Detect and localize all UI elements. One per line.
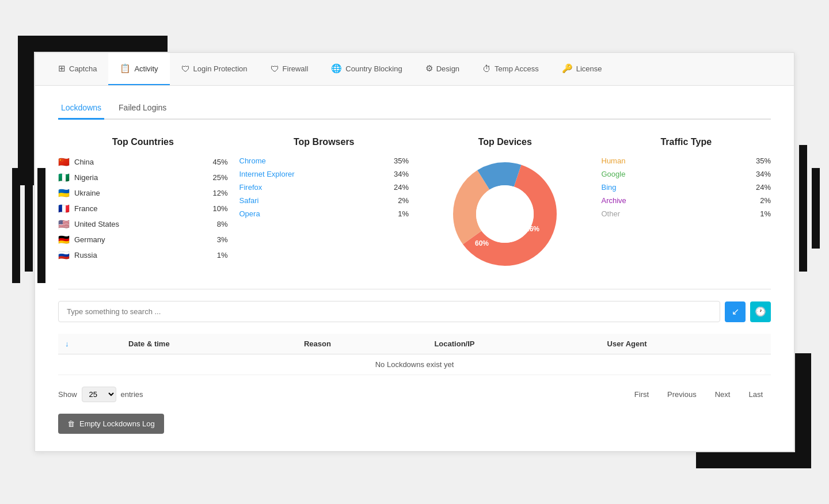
table-container: ↓ Date & time Reason Location/IP User Ag bbox=[58, 334, 771, 375]
country-percent-3: 10% bbox=[208, 204, 228, 213]
country-percent-6: 1% bbox=[208, 251, 228, 259]
nav-tabs: ⊞ Captcha 📋 Activity 🛡 Login Protection … bbox=[35, 53, 794, 86]
first-button[interactable]: First bbox=[626, 387, 657, 402]
country-flag-4: 🇺🇸 bbox=[58, 219, 70, 230]
country-name-3: France bbox=[74, 204, 202, 213]
th-date-time[interactable]: Date & time bbox=[121, 334, 297, 354]
tab-firewall-label: Firewall bbox=[283, 64, 309, 73]
tab-design-label: Design bbox=[436, 64, 459, 73]
search-input[interactable] bbox=[58, 301, 720, 322]
subtab-lockdowns[interactable]: Lockdowns bbox=[58, 97, 104, 120]
th-reason[interactable]: Reason bbox=[297, 334, 427, 354]
traffic-percent-1: 34% bbox=[756, 170, 771, 178]
browser-percent-4: 1% bbox=[389, 209, 409, 218]
browser-row-2: Firefox 24% bbox=[239, 183, 409, 192]
previous-button[interactable]: Previous bbox=[659, 387, 705, 402]
traffic-type-title: Traffic Type bbox=[602, 137, 771, 147]
country-flag-3: 🇫🇷 bbox=[58, 203, 70, 214]
tab-captcha[interactable]: ⊞ Captcha bbox=[47, 53, 108, 85]
traffic-name-4: Other bbox=[602, 209, 760, 218]
country-percent-2: 12% bbox=[208, 189, 228, 197]
top-devices-section: Top Devices bbox=[420, 137, 590, 272]
tab-temp-access[interactable]: ⏱ Temp Access bbox=[471, 53, 550, 85]
traffic-name-2: Bing bbox=[602, 183, 756, 192]
browser-row-4: Opera 1% bbox=[239, 209, 409, 218]
browser-name-4[interactable]: Opera bbox=[239, 209, 383, 218]
th-user-agent[interactable]: User Agent bbox=[600, 334, 771, 354]
donut-chart: 14% 26% 60% bbox=[447, 156, 562, 272]
traffic-type-section: Traffic Type Human 35% Google 34% Bing 2… bbox=[602, 137, 771, 272]
donut-label-26: 26% bbox=[526, 225, 539, 233]
country-blocking-icon: 🌐 bbox=[331, 63, 342, 74]
top-devices-title: Top Devices bbox=[420, 137, 590, 147]
tab-license[interactable]: 🔑 License bbox=[550, 53, 614, 85]
entries-label: entries bbox=[121, 390, 143, 399]
pagination-buttons: First Previous Next Last bbox=[626, 387, 771, 402]
country-percent-1: 25% bbox=[208, 173, 228, 182]
traffic-percent-0: 35% bbox=[756, 156, 771, 165]
lockdowns-table: ↓ Date & time Reason Location/IP User Ag bbox=[58, 334, 771, 375]
tab-login-protection[interactable]: 🛡 Login Protection bbox=[170, 53, 259, 85]
country-name-6: Russia bbox=[74, 251, 202, 259]
vline-r2 bbox=[812, 168, 820, 249]
country-name-4: United States bbox=[74, 220, 202, 228]
chart-icon-button[interactable]: ↙ bbox=[725, 301, 746, 322]
browser-percent-3: 2% bbox=[389, 196, 409, 205]
vline-1 bbox=[12, 168, 20, 283]
traffic-percent-3: 2% bbox=[760, 196, 771, 205]
browsers-list: Chrome 35% Internet Explorer 34% Firefox… bbox=[239, 156, 409, 218]
sort-icon: ↓ bbox=[65, 339, 69, 348]
traffic-percent-4: 1% bbox=[760, 209, 771, 218]
sub-tabs: Lockdowns Failed Logins bbox=[58, 97, 771, 120]
country-row-5: 🇩🇪 Germany 3% bbox=[58, 234, 228, 245]
tab-activity-label: Activity bbox=[134, 64, 158, 73]
empty-message: No Lockdowns exist yet bbox=[58, 354, 771, 375]
tab-activity[interactable]: 📋 Activity bbox=[108, 53, 169, 85]
browser-row-3: Safari 2% bbox=[239, 196, 409, 205]
browser-name-2[interactable]: Firefox bbox=[239, 183, 383, 192]
tab-country-blocking[interactable]: 🌐 Country Blocking bbox=[320, 53, 413, 85]
empty-lockdowns-log-button[interactable]: 🗑 Empty Lockdowns Log bbox=[58, 414, 164, 434]
tab-firewall[interactable]: 🛡 Firewall bbox=[259, 53, 320, 85]
country-flag-0: 🇨🇳 bbox=[58, 156, 70, 167]
traffic-name-0: Human bbox=[602, 156, 756, 165]
browser-name-0[interactable]: Chrome bbox=[239, 156, 383, 165]
donut-hole bbox=[476, 185, 534, 243]
country-flag-2: 🇺🇦 bbox=[58, 188, 70, 198]
country-name-0: China bbox=[74, 158, 202, 166]
subtab-failed-logins[interactable]: Failed Logins bbox=[116, 97, 169, 120]
browser-percent-0: 35% bbox=[389, 156, 409, 165]
tab-design[interactable]: ⚙ Design bbox=[414, 53, 471, 85]
top-countries-title: Top Countries bbox=[58, 137, 228, 147]
browser-row-0: Chrome 35% bbox=[239, 156, 409, 165]
th-checkbox: ↓ bbox=[58, 334, 121, 354]
country-row-1: 🇳🇬 Nigeria 25% bbox=[58, 172, 228, 183]
stats-grid: Top Countries 🇨🇳 China 45% 🇳🇬 Nigeria 25… bbox=[58, 137, 771, 272]
country-row-0: 🇨🇳 China 45% bbox=[58, 156, 228, 167]
country-name-5: Germany bbox=[74, 235, 202, 244]
traffic-row-0: Human 35% bbox=[602, 156, 771, 165]
pagination-row: Show 10 25 50 100 entries First Previous… bbox=[58, 387, 771, 402]
entries-select[interactable]: 10 25 50 100 bbox=[82, 387, 116, 402]
clock-icon-button[interactable]: 🕐 bbox=[750, 301, 771, 322]
tab-country-blocking-label: Country Blocking bbox=[345, 64, 402, 73]
country-name-1: Nigeria bbox=[74, 173, 202, 182]
last-button[interactable]: Last bbox=[740, 387, 771, 402]
show-entries: Show 10 25 50 100 entries bbox=[58, 387, 143, 402]
table-header-row: ↓ Date & time Reason Location/IP User Ag bbox=[58, 334, 771, 354]
browser-name-3[interactable]: Safari bbox=[239, 196, 383, 205]
countries-list: 🇨🇳 China 45% 🇳🇬 Nigeria 25% 🇺🇦 Ukraine 1… bbox=[58, 156, 228, 261]
browser-name-1[interactable]: Internet Explorer bbox=[239, 170, 383, 178]
trash-icon: 🗑 bbox=[67, 419, 75, 428]
next-button[interactable]: Next bbox=[707, 387, 739, 402]
country-percent-5: 3% bbox=[208, 235, 228, 244]
col-reason: Reason bbox=[304, 339, 331, 348]
vline-r1 bbox=[799, 145, 807, 272]
traffic-row-1: Google 34% bbox=[602, 170, 771, 178]
col-date-time: Date & time bbox=[128, 339, 170, 348]
table-body: No Lockdowns exist yet bbox=[58, 354, 771, 375]
traffic-row-4: Other 1% bbox=[602, 209, 771, 218]
license-icon: 🔑 bbox=[562, 63, 573, 74]
th-location-ip[interactable]: Location/IP bbox=[427, 334, 600, 354]
country-name-2: Ukraine bbox=[74, 189, 202, 197]
